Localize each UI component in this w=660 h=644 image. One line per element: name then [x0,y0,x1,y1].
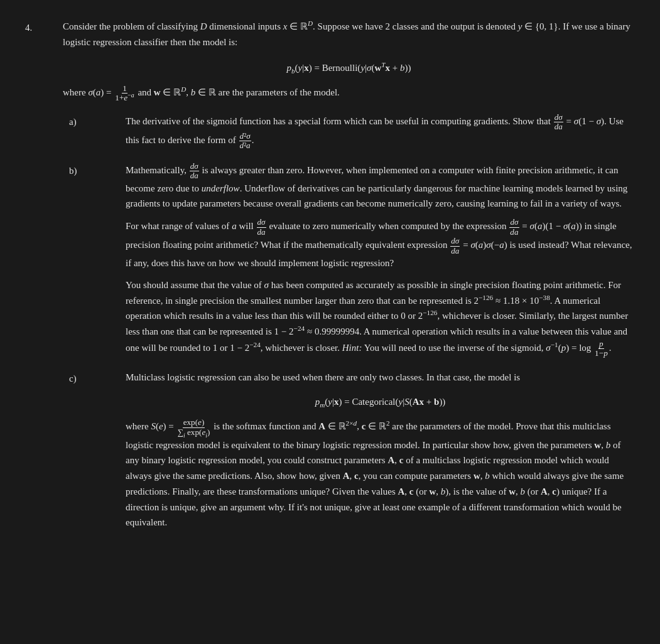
part-b: b) Mathematically, dσda is always greate… [69,162,635,358]
part-c-content: Multiclass logistic regression can also … [126,370,635,530]
problem-intro: Consider the problem of classifying D di… [63,19,635,50]
part-a-label: a) [69,113,88,151]
part-b-content: Mathematically, dσda is always greater t… [126,162,635,358]
main-formula: pb(y|x) = Bernoulli(y|σ(wTx + b)) [63,60,635,75]
parts-container: a) The derivative of the sigmoid functio… [69,113,635,530]
problem-number: 4. [25,19,50,542]
part-c-formula: pm(y|x) = Categorical(y|S(Ax + b)) [126,394,635,410]
part-b-label: b) [69,162,88,358]
part-a: a) The derivative of the sigmoid functio… [69,113,635,151]
problem-content: Consider the problem of classifying D di… [63,19,635,542]
part-c: c) Multiclass logistic regression can al… [69,370,635,530]
part-c-label: c) [69,370,88,530]
where-line: where σ(a) = 11+e−a and w ∈ ℝD, b ∈ ℝ ar… [63,84,635,103]
part-a-content: The derivative of the sigmoid function h… [126,113,635,151]
problem-container: 4. Consider the problem of classifying D… [25,19,635,542]
